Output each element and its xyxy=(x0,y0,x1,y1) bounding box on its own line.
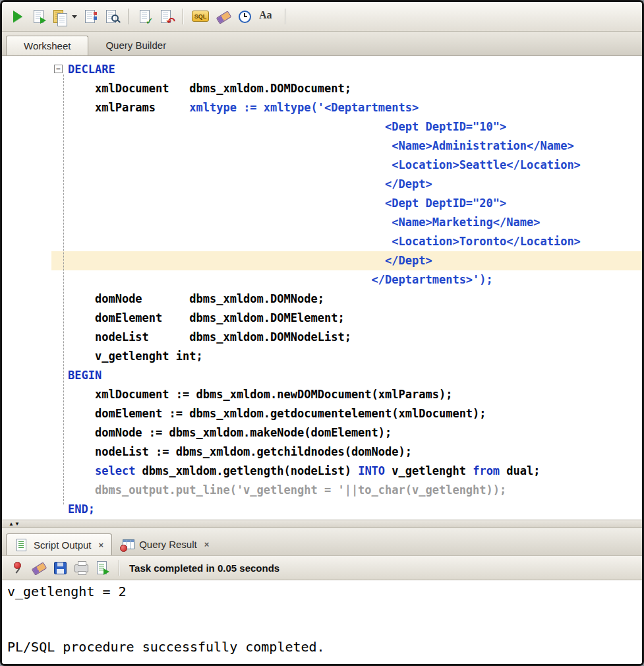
new-document-icon[interactable] xyxy=(82,8,99,25)
tab-script-output[interactable]: Script Output × xyxy=(6,533,112,555)
code-line[interactable]: <Name>Administration</Name> xyxy=(51,136,642,156)
code-line[interactable]: <Dept DeptID="10"> xyxy=(51,117,642,136)
tab-query-builder[interactable]: Query Builder xyxy=(88,36,183,55)
code-line[interactable]: <Name>Marketing</Name> xyxy=(51,213,642,232)
sql-history-icon[interactable] xyxy=(236,8,253,25)
code-line[interactable]: xmlDocument := dbms_xmldom.newDOMDocumen… xyxy=(51,385,642,404)
close-query-result-icon[interactable]: × xyxy=(204,539,210,549)
tab-worksheet-label: Worksheet xyxy=(24,40,71,51)
run-statement-icon[interactable] xyxy=(9,8,26,25)
toolbar-separator xyxy=(128,9,129,24)
code-line[interactable]: xmlDocument dbms_xmldom.DOMDocument; xyxy=(51,79,642,98)
splitter-collapse-up-icon[interactable]: ▲ xyxy=(9,521,15,527)
code-line[interactable]: <Location>Toronto</Location> xyxy=(51,232,642,251)
script-output-area[interactable]: v_getlenght = 2PL/SQL procedure successf… xyxy=(2,580,642,664)
autotrace-cascade-icon[interactable] xyxy=(51,8,69,25)
code-line[interactable]: END; xyxy=(51,500,642,519)
fold-collapse-icon[interactable]: − xyxy=(54,65,63,73)
query-result-icon xyxy=(120,537,134,552)
run-script-icon[interactable] xyxy=(30,8,47,25)
output-line xyxy=(7,599,637,613)
autotrace-dropdown-icon[interactable] xyxy=(71,8,79,25)
main-toolbar-icons: SQLAa xyxy=(7,8,291,25)
splitter-collapse-down-icon[interactable]: ▼ xyxy=(15,521,20,527)
output-line xyxy=(7,626,637,640)
format-sql-icon[interactable]: SQL xyxy=(191,8,211,25)
code-line[interactable]: DECLARE xyxy=(51,60,642,79)
code-line[interactable]: BEGIN xyxy=(51,366,642,385)
change-case-icon[interactable]: Aa xyxy=(257,8,277,25)
explain-plan-icon[interactable] xyxy=(103,8,120,25)
task-status: Task completed in 0.05 seconds xyxy=(129,562,279,574)
output-line xyxy=(7,613,637,626)
code-line[interactable]: <Dept DeptID="20"> xyxy=(51,194,642,213)
clear-output-icon[interactable] xyxy=(30,559,47,576)
tab-script-output-label: Script Output xyxy=(34,539,92,551)
script-output-toolbar-icons xyxy=(7,559,125,576)
splitter-arrows: ▲▼ xyxy=(9,522,20,527)
output-line: PL/SQL procedure successfully completed. xyxy=(7,640,637,654)
tab-query-result[interactable]: Query Result × xyxy=(112,533,217,555)
code-line-current[interactable]: </Dept> xyxy=(51,251,642,270)
code-line[interactable]: nodeList := dbms_xmldom.getchildnodes(do… xyxy=(51,442,642,462)
print-output-icon[interactable] xyxy=(73,559,90,576)
tab-worksheet[interactable]: Worksheet xyxy=(6,36,88,55)
rollback-icon[interactable] xyxy=(158,8,175,25)
code-lines[interactable]: DECLARE xmlDocument dbms_xmldom.DOMDocum… xyxy=(51,60,642,519)
output-tabstrip: Script Output × Query Result × xyxy=(2,528,642,555)
code-line[interactable]: <Location>Seattle</Location> xyxy=(51,156,642,175)
code-line[interactable]: select dbms_xmldom.getlength(nodeList) I… xyxy=(51,462,642,481)
code-line[interactable]: dbms_output.put_line('v_getlenght = '||t… xyxy=(51,481,642,500)
code-line[interactable]: nodeList dbms_xmldom.DOMNodeList; xyxy=(51,328,642,347)
run-script-output-icon[interactable] xyxy=(94,559,111,576)
script-output-toolbar: Task completed in 0.05 seconds xyxy=(2,555,642,580)
commit-icon[interactable] xyxy=(136,8,154,25)
code-line[interactable]: domElement dbms_xmldom.DOMElement; xyxy=(51,309,642,328)
close-script-output-icon[interactable]: × xyxy=(99,540,104,550)
save-output-icon[interactable] xyxy=(51,559,69,576)
toolbar-separator xyxy=(183,9,183,24)
code-editor[interactable]: DECLARE xmlDocument dbms_xmldom.DOMDocum… xyxy=(2,56,642,520)
pin-output-icon[interactable] xyxy=(9,559,26,576)
script-output-icon xyxy=(15,537,29,552)
code-line[interactable]: </Deptartments>'); xyxy=(51,270,642,289)
clear-worksheet-icon[interactable] xyxy=(215,8,232,25)
output-line: v_getlenght = 2 xyxy=(7,585,637,599)
panel-splitter[interactable]: ▲▼ xyxy=(2,520,642,528)
editor-tabstrip: Worksheet Query Builder xyxy=(2,32,642,56)
code-line[interactable]: xmlParams xmltype := xmltype('<Deptartme… xyxy=(51,98,642,117)
code-line[interactable]: domElement := dbms_xmldom.getdocumentele… xyxy=(51,404,642,423)
toolbar-separator xyxy=(285,9,285,24)
sql-developer-window: SQLAa Worksheet Query Builder DECLARE xm… xyxy=(0,0,644,666)
code-line[interactable]: domNode := dbms_xmldom.makeNode(domEleme… xyxy=(51,423,642,442)
code-line[interactable]: v_getlenght int; xyxy=(51,347,642,366)
main-toolbar: SQLAa xyxy=(2,2,642,32)
code-line[interactable]: domNode dbms_xmldom.DOMNode; xyxy=(51,289,642,309)
tab-query-builder-label: Query Builder xyxy=(105,40,166,51)
code-line[interactable]: </Dept> xyxy=(51,175,642,194)
toolbar-separator xyxy=(119,560,119,576)
tab-query-result-label: Query Result xyxy=(139,539,197,550)
